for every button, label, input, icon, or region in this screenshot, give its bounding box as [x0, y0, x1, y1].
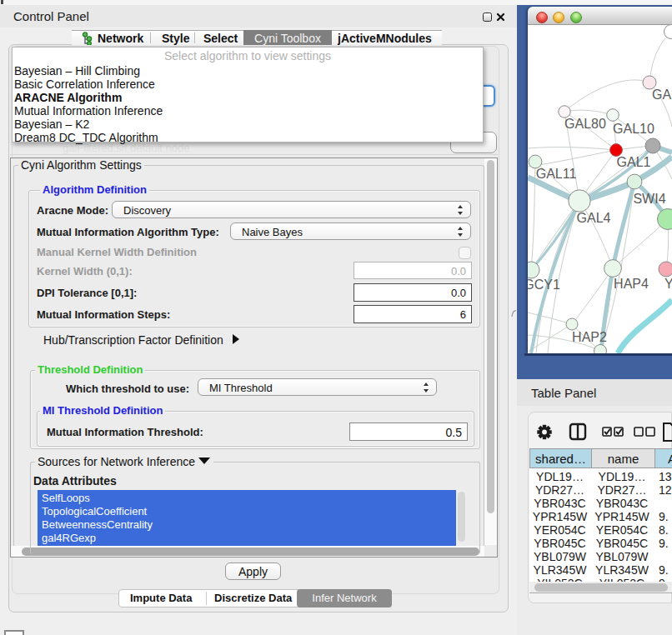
svg-text:GAL4: GAL4: [577, 211, 611, 225]
svg-text:HAP4: HAP4: [614, 277, 649, 291]
svg-text:Y: Y: [664, 277, 672, 291]
svg-text:GAL: GAL: [652, 88, 672, 102]
svg-text:GAL1: GAL1: [617, 155, 651, 169]
svg-text:GCY1: GCY1: [528, 278, 560, 292]
svg-text:SWI4: SWI4: [633, 192, 665, 206]
svg-text:GAL10: GAL10: [613, 122, 654, 136]
svg-text:HAP2: HAP2: [572, 330, 607, 344]
svg-text:GAL11: GAL11: [536, 167, 577, 181]
svg-text:GAL80: GAL80: [564, 117, 606, 131]
